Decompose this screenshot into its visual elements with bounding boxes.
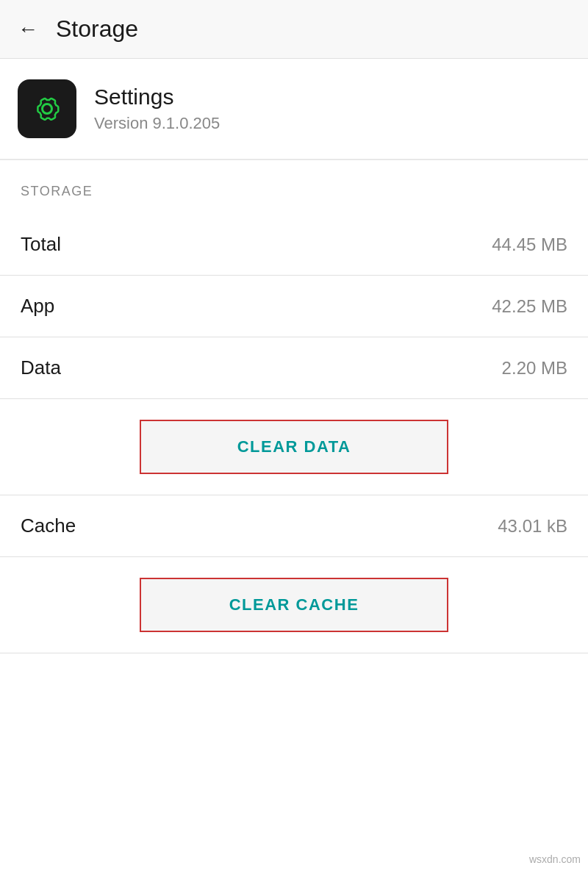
data-label: Data: [21, 356, 61, 379]
back-button[interactable]: ←: [18, 19, 38, 40]
data-value: 2.20 MB: [502, 358, 567, 379]
total-label: Total: [21, 233, 61, 256]
clear-data-button-container: CLEAR DATA: [0, 399, 588, 495]
app-value: 42.25 MB: [492, 296, 567, 317]
cache-label: Cache: [21, 515, 76, 537]
app-name: Settings: [94, 85, 220, 110]
page-title: Storage: [56, 15, 138, 43]
storage-section-label: STORAGE: [0, 184, 588, 214]
storage-section: STORAGE Total 44.45 MB App 42.25 MB Data…: [0, 160, 588, 653]
header: ← Storage: [0, 0, 588, 59]
app-storage-row: App 42.25 MB: [0, 276, 588, 337]
total-value: 44.45 MB: [492, 234, 567, 255]
app-icon: [18, 79, 76, 138]
watermark: wsxdn.com: [529, 853, 581, 865]
clear-cache-button[interactable]: CLEAR CACHE: [140, 578, 448, 632]
clear-cache-button-container: CLEAR CACHE: [0, 557, 588, 653]
settings-gear-icon: [30, 92, 64, 126]
total-storage-row: Total 44.45 MB: [0, 214, 588, 276]
cache-storage-row: Cache 43.01 kB: [0, 495, 588, 557]
cache-value: 43.01 kB: [498, 516, 567, 537]
data-storage-row: Data 2.20 MB: [0, 337, 588, 399]
app-version: Version 9.1.0.205: [94, 114, 220, 133]
app-details: Settings Version 9.1.0.205: [94, 85, 220, 133]
clear-data-button[interactable]: CLEAR DATA: [140, 420, 448, 474]
app-info-section: Settings Version 9.1.0.205: [0, 59, 588, 160]
app-label: App: [21, 295, 54, 318]
